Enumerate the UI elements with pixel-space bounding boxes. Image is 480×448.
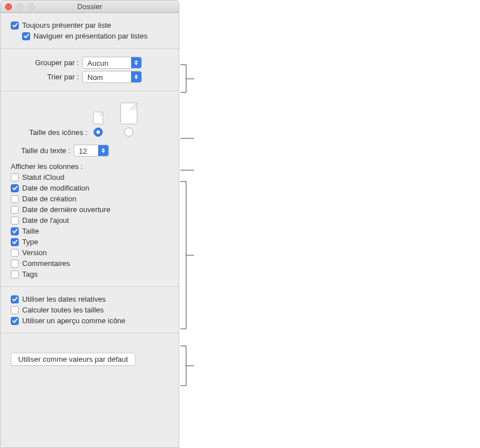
checkbox-always-list[interactable] [11, 22, 19, 29]
radio-icon-large[interactable] [124, 128, 133, 137]
columns-list: Statut iCloudDate de modificationDate de… [11, 173, 169, 278]
checkbox-column-7[interactable] [11, 249, 19, 257]
titlebar: Dossier [1, 1, 179, 13]
close-icon[interactable] [5, 3, 12, 10]
column-option-label: Taille [22, 227, 39, 235]
checkbox-column-5[interactable] [11, 227, 19, 235]
traffic-lights [5, 3, 35, 10]
column-option: Taille [11, 227, 169, 235]
stepper-arrows-icon [98, 145, 108, 156]
view-options-window: Dossier Toujours présenter par liste Nav… [0, 0, 179, 448]
misc-option: Utiliser les dates relatives [11, 295, 169, 303]
misc-option-label: Utiliser un aperçu comme icône [22, 316, 125, 325]
text-size-value: 12 [74, 145, 98, 156]
column-option: Type [11, 238, 169, 246]
misc-option-label: Calculer toutes les tailles [22, 306, 104, 314]
column-option: Commentaires [11, 259, 169, 268]
section-grouping: Grouper par : Aucun Trier par : Nom [1, 49, 179, 91]
group-by-select[interactable]: Aucun [82, 57, 142, 69]
stepper-arrows-icon [131, 57, 141, 68]
file-small-icon [93, 112, 103, 124]
radio-icon-small[interactable] [94, 128, 103, 137]
column-option: Date de création [11, 195, 169, 203]
column-option-label: Date de création [22, 195, 76, 203]
stepper-arrows-icon [131, 71, 141, 82]
group-by-value: Aucun [83, 57, 131, 68]
checkbox-misc-2[interactable] [11, 317, 19, 325]
checkbox-misc-0[interactable] [11, 295, 19, 303]
icon-size-group [93, 103, 137, 137]
checkbox-column-3[interactable] [11, 206, 19, 214]
minimize-icon [16, 3, 23, 10]
column-option: Date de l'ajout [11, 216, 169, 225]
section-sizes-columns: Taille des icônes : Taille du texte : 12… [1, 91, 179, 287]
sort-by-select[interactable]: Nom [82, 71, 142, 83]
column-option-label: Version [22, 248, 47, 257]
column-option-label: Date de modification [22, 184, 90, 192]
checkbox-browse-list-label: Naviguer en présentation par listes [33, 32, 148, 40]
sort-by-value: Nom [83, 71, 131, 82]
checkbox-misc-1[interactable] [11, 306, 19, 314]
use-as-defaults-button[interactable]: Utiliser comme valeurs par défaut [11, 353, 136, 366]
column-option: Date de dernière ouverture [11, 205, 169, 214]
checkbox-column-4[interactable] [11, 217, 19, 225]
section-misc: Utiliser les dates relativesCalculer tou… [1, 287, 179, 333]
column-option-label: Statut iCloud [22, 173, 64, 181]
text-size-label: Taille du texte : [11, 146, 70, 155]
column-option: Tags [11, 270, 169, 278]
sort-by-label: Trier par : [11, 73, 79, 81]
column-option: Statut iCloud [11, 173, 169, 181]
checkbox-always-list-label: Toujours présenter par liste [22, 21, 111, 29]
spacer [1, 333, 179, 345]
callout-lines [179, 0, 480, 448]
checkbox-column-2[interactable] [11, 195, 19, 203]
misc-option: Utiliser un aperçu comme icône [11, 316, 169, 325]
checkbox-column-6[interactable] [11, 238, 19, 246]
column-option-label: Commentaires [22, 259, 70, 268]
misc-option: Calculer toutes les tailles [11, 306, 169, 314]
file-large-icon [120, 103, 137, 124]
checkbox-column-1[interactable] [11, 184, 19, 192]
checkbox-browse-list[interactable] [22, 32, 30, 40]
columns-header: Afficher les colonnes : [11, 162, 169, 171]
column-option-label: Date de dernière ouverture [22, 205, 110, 214]
group-by-label: Grouper par : [11, 58, 79, 67]
column-option-label: Date de l'ajout [22, 216, 69, 225]
maximize-icon [28, 3, 35, 10]
column-option: Version [11, 248, 169, 257]
icon-size-label: Taille des icônes : [11, 128, 87, 137]
column-option: Date de modification [11, 184, 169, 192]
checkbox-column-8[interactable] [11, 260, 19, 268]
text-size-select[interactable]: 12 [74, 145, 109, 157]
section-view-mode: Toujours présenter par liste Naviguer en… [1, 13, 179, 49]
checkbox-column-9[interactable] [11, 271, 19, 278]
column-option-label: Tags [22, 270, 37, 278]
misc-option-label: Utiliser les dates relatives [22, 295, 106, 303]
checkbox-column-0[interactable] [11, 174, 19, 181]
column-option-label: Type [22, 238, 38, 246]
section-default: Utiliser comme valeurs par défaut [1, 345, 179, 371]
